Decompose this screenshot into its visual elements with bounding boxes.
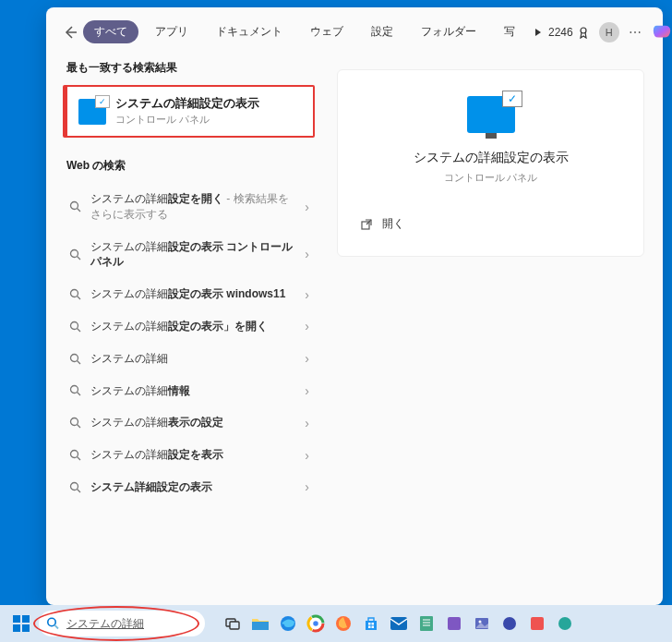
svg-point-4 [70,321,78,329]
app3-icon[interactable] [524,611,550,636]
chevron-right-icon: › [305,287,309,302]
tab-overflow[interactable] [534,28,543,37]
svg-rect-24 [372,623,375,625]
svg-rect-13 [230,622,239,629]
chevron-right-icon: › [305,448,309,463]
search-icon [68,417,81,430]
web-search-text: システム詳細設定の表示 [90,479,295,495]
web-search-text: システムの詳細情報 [90,383,295,399]
svg-point-11 [48,618,55,625]
edge-icon[interactable] [275,611,301,636]
web-search-text: システムの詳細表示の設定 [90,415,295,430]
taskbar [0,605,672,642]
svg-point-1 [70,202,78,210]
search-icon [68,384,81,397]
search-icon [68,480,81,493]
chevron-right-icon: › [305,351,309,366]
best-match-title: システムの詳細設定の表示 [115,96,259,112]
web-search-text: システムの詳細設定を表示 [90,447,295,463]
svg-rect-33 [531,617,544,630]
svg-point-7 [70,418,78,426]
svg-point-5 [70,354,78,361]
svg-point-8 [70,451,78,458]
chevron-right-icon: › [305,319,309,333]
web-search-item[interactable]: システムの詳細設定を開く - 検索結果をさらに表示する› [63,183,315,231]
firefox-icon[interactable] [330,611,356,636]
start-button[interactable] [7,610,35,637]
web-search-item[interactable]: システムの詳細設定の表示」を開く› [63,310,315,343]
open-label: 開く [382,216,404,232]
more-icon[interactable]: ⋯ [629,25,642,40]
detail-card: システムの詳細設定の表示 コントロール パネル 開く [337,69,644,257]
web-search-item[interactable]: システムの詳細設定の表示 windows11› [63,278,315,310]
detail-subtitle: コントロール パネル [356,172,625,185]
chevron-right-icon: › [305,247,309,261]
open-action[interactable]: 開く [356,211,625,237]
chevron-right-icon: › [305,479,309,494]
best-match-header: 最も一致する検索結果 [63,53,315,85]
web-search-item[interactable]: システムの詳細› [63,343,315,375]
tab-apps[interactable]: アプリ [144,20,199,43]
search-icon [68,352,81,365]
svg-rect-26 [372,626,375,629]
best-match-result[interactable]: システムの詳細設定の表示 コントロール パネル [63,85,315,138]
app1-icon[interactable] [441,611,467,636]
search-input[interactable] [66,617,198,630]
back-button[interactable] [63,22,78,42]
web-search-text: システムの詳細 [90,351,295,367]
svg-rect-23 [368,623,371,625]
tab-photos[interactable]: 写 [493,20,526,43]
web-search-item[interactable]: システムの詳細設定を表示› [63,439,315,471]
search-icon [68,320,81,333]
svg-rect-27 [390,617,407,630]
explorer-icon[interactable] [247,611,273,636]
detail-title: システムの詳細設定の表示 [356,150,625,166]
tab-bar: すべて アプリ ドキュメント ウェブ 設定 フォルダー 写 2246 H ⋯ [46,7,663,53]
user-avatar[interactable]: H [599,22,619,42]
web-search-text: システムの詳細設定の表示 コントロールパネル [90,239,295,271]
chrome-icon[interactable] [303,611,329,636]
web-search-text: システムの詳細設定の表示」を開く [90,319,295,334]
store-icon[interactable] [358,611,384,636]
svg-point-2 [70,249,78,257]
web-search-item[interactable]: システムの詳細情報› [63,375,315,407]
svg-point-3 [70,290,78,297]
web-search-item[interactable]: システム詳細設定の表示› [63,471,315,503]
tab-all[interactable]: すべて [83,20,138,43]
chevron-right-icon: › [305,416,309,430]
windows-logo-icon [13,615,30,632]
detail-system-icon [467,96,515,133]
taskview-icon[interactable] [220,611,246,636]
tab-web[interactable]: ウェブ [299,20,354,43]
system-settings-icon [78,99,106,125]
web-search-item[interactable]: システムの詳細設定の表示 コントロールパネル› [63,231,315,279]
todo-icon[interactable] [414,611,439,636]
svg-point-6 [70,386,78,394]
tab-settings[interactable]: 設定 [360,20,404,43]
search-icon [68,288,81,301]
mail-icon[interactable] [386,611,412,636]
tab-folders[interactable]: フォルダー [410,20,487,43]
taskbar-search[interactable] [39,611,205,636]
svg-rect-14 [252,622,269,630]
svg-point-32 [503,617,516,630]
chevron-right-icon: › [305,200,309,214]
app2-icon[interactable] [497,611,522,636]
search-icon [68,449,81,462]
tab-documents[interactable]: ドキュメント [205,20,294,43]
chevron-right-icon: › [305,383,309,398]
web-search-header: Web の検索 [63,151,315,183]
rewards-points[interactable]: 2246 [548,26,590,39]
search-icon [46,617,60,631]
web-search-item[interactable]: システムの詳細表示の設定› [63,406,315,439]
svg-point-9 [70,482,78,490]
app4-icon[interactable] [552,611,578,636]
search-icon [68,248,81,260]
open-icon [360,218,373,231]
web-search-text: システムの詳細設定の表示 windows11 [90,286,295,302]
svg-rect-29 [448,617,461,630]
copilot-icon[interactable] [651,21,672,43]
svg-rect-28 [420,616,433,631]
svg-point-34 [558,617,571,630]
photos-icon[interactable] [469,611,495,636]
